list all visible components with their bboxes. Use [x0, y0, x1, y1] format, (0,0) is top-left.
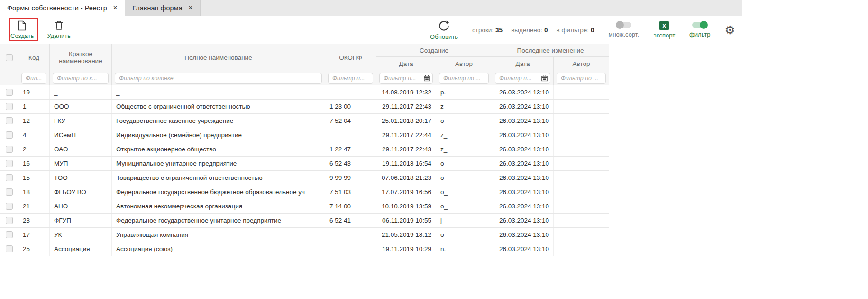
filter-input-code[interactable] — [21, 73, 46, 84]
row-checkbox[interactable] — [6, 217, 13, 224]
cell-change-author — [554, 85, 609, 100]
select-all-checkbox[interactable] — [6, 54, 13, 61]
refresh-button-label: Обновить — [430, 33, 458, 40]
filter-toggle-track[interactable] — [692, 22, 707, 28]
table-row[interactable]: 2 ОАО Открытое акционерное общество 1 22… — [0, 142, 609, 157]
cell-okopf: 1 22 47 — [325, 142, 376, 157]
tab-forms-registry[interactable]: Формы собственности - Реестр × — [0, 0, 125, 16]
filter-input-creation-author[interactable] — [439, 73, 489, 84]
settings-gear-button[interactable]: ⚙ — [725, 24, 735, 36]
filter-input-full-name[interactable] — [115, 73, 322, 84]
cell-full-name: Федеральное государственное бюджетное об… — [112, 185, 325, 199]
cell-code: 17 — [18, 228, 50, 242]
table-row[interactable]: 23 ФГУП Федеральное государственное унит… — [0, 214, 609, 228]
calendar-icon[interactable] — [541, 75, 548, 81]
filter-input-short-name[interactable] — [53, 73, 109, 84]
column-header-full-name[interactable]: Полное наименование — [112, 44, 325, 71]
cell-change-author — [554, 100, 609, 114]
cell-code: 4 — [18, 128, 50, 142]
cell-creation-author: o_ — [436, 185, 492, 199]
cell-creation-author: o_ — [436, 171, 492, 185]
table-row[interactable]: 15 ТОО Товарищество с ограниченной ответ… — [0, 171, 609, 185]
stat-rows-value: 35 — [495, 27, 503, 34]
row-checkbox[interactable] — [6, 231, 13, 238]
column-header-creation-date[interactable]: Дата — [376, 57, 436, 71]
table-row[interactable]: 18 ФГБОУ ВО Федеральное государственное … — [0, 185, 609, 199]
cell-creation-author: o_ — [436, 114, 492, 128]
column-header-creation-author[interactable]: Автор — [436, 57, 492, 71]
table-row[interactable]: 1 ООО Общество с ограниченной ответствен… — [0, 100, 609, 114]
cell-okopf — [325, 228, 376, 242]
column-header-code[interactable]: Код — [18, 44, 50, 71]
column-header-change-author[interactable]: Автор — [554, 57, 609, 71]
refresh-icon — [438, 20, 450, 32]
column-header-change-date[interactable]: Дата — [492, 57, 554, 71]
cell-okopf: 7 52 04 — [325, 114, 376, 128]
cell-okopf: 6 52 43 — [325, 157, 376, 171]
cell-okopf: 7 51 03 — [325, 185, 376, 199]
refresh-button[interactable]: Обновить — [430, 20, 458, 40]
multisort-toggle-knob — [616, 21, 624, 29]
row-checkbox[interactable] — [6, 203, 13, 210]
row-checkbox[interactable] — [6, 245, 13, 252]
cell-change-author — [554, 157, 609, 171]
row-checkbox[interactable] — [6, 89, 13, 96]
row-checkbox-cell — [0, 214, 18, 228]
filter-input-change-author[interactable] — [557, 73, 606, 84]
cell-short-name: ГКУ — [50, 114, 112, 128]
table-row[interactable]: 16 МУП Муниципальное унитарное предприят… — [0, 157, 609, 171]
table-row[interactable]: 21 АНО Автономная некоммерческая организ… — [0, 199, 609, 214]
row-checkbox[interactable] — [6, 160, 13, 167]
row-checkbox-cell — [0, 228, 18, 242]
multisort-toggle-track[interactable] — [616, 22, 631, 28]
table-row[interactable]: 12 ГКУ Государственное казенное учрежден… — [0, 114, 609, 128]
calendar-icon[interactable] — [424, 75, 430, 81]
row-checkbox[interactable] — [6, 131, 13, 139]
row-checkbox-cell — [0, 100, 18, 114]
stat-selected-label: выделено: — [511, 27, 542, 34]
multisort-toggle[interactable]: множ.сорт. — [608, 22, 639, 38]
row-checkbox-cell — [0, 142, 18, 157]
stat-selected: выделено:0 — [511, 27, 548, 34]
row-checkbox[interactable] — [6, 188, 13, 196]
group-header-creation: Создание — [376, 44, 492, 57]
table-row[interactable]: 19 _ _ 14.08.2019 12:32 p. 26.03.2024 13… — [0, 85, 609, 100]
filter-toggle[interactable]: фильтр — [689, 22, 710, 38]
cell-short-name: ООО — [50, 100, 112, 114]
row-checkbox[interactable] — [6, 174, 13, 181]
cell-creation-author: z_ — [436, 100, 492, 114]
stat-filtered-label: в фильтре: — [557, 27, 589, 34]
document-icon — [18, 20, 27, 31]
stat-rows-label: строки: — [472, 27, 493, 34]
cell-code: 19 — [18, 85, 50, 100]
table-row[interactable]: 25 Ассоциация Ассоциация (союз) 19.11.20… — [0, 242, 609, 256]
group-header-row: Код Краткое наименование Полное наименов… — [0, 44, 609, 57]
grid-stats: строки:35 выделено:0 в фильтре:0 — [472, 27, 594, 34]
export-button[interactable]: X экспорт — [653, 21, 675, 39]
delete-button[interactable]: Удалить — [47, 20, 71, 39]
tab-main-form[interactable]: Главная форма × — [125, 0, 201, 16]
table-row[interactable]: 4 ИСемП Индивидуальное (семейное) предпр… — [0, 128, 609, 142]
stat-filtered-value: 0 — [591, 27, 594, 34]
create-button[interactable]: Создать — [10, 20, 34, 39]
cell-change-author — [554, 128, 609, 142]
row-checkbox[interactable] — [6, 117, 13, 124]
column-header-short-name[interactable]: Краткое наименование — [50, 44, 112, 71]
tab-close-icon[interactable]: × — [188, 3, 193, 12]
row-checkbox-cell — [0, 171, 18, 185]
cell-short-name: МУП — [50, 157, 112, 171]
filter-input-okopf[interactable] — [328, 73, 373, 84]
cell-change-author — [554, 214, 609, 228]
row-checkbox-cell — [0, 128, 18, 142]
table-row[interactable]: 17 УК Управляющая компания 21.05.2019 18… — [0, 228, 609, 242]
cell-short-name: _ — [50, 85, 112, 100]
column-header-okopf[interactable]: ОКОПФ — [325, 44, 376, 71]
cell-creation-date: 19.11.2018 16:54 — [376, 157, 436, 171]
cell-full-name: Общество с ограниченной ответственностью — [112, 100, 325, 114]
tab-close-icon[interactable]: × — [113, 3, 118, 12]
row-checkbox[interactable] — [6, 146, 13, 153]
row-checkbox[interactable] — [6, 103, 13, 110]
cell-change-date: 26.03.2024 13:10 — [492, 142, 554, 157]
cell-code: 15 — [18, 171, 50, 185]
cell-creation-author: o_ — [436, 199, 492, 214]
